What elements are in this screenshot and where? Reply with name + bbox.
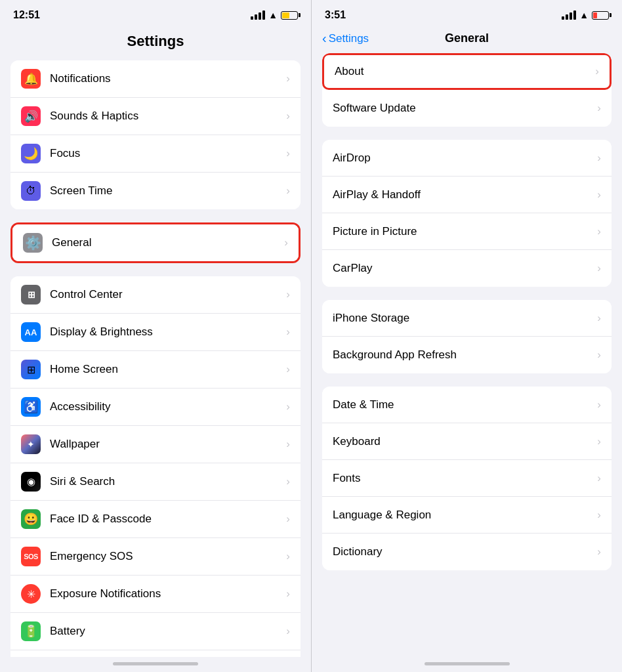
right-settings-group-3: iPhone Storage › Background App Refresh …: [322, 300, 612, 373]
fonts-label: Fonts: [333, 472, 597, 485]
pip-label: Picture in Picture: [333, 225, 597, 238]
settings-row-about[interactable]: About ›: [322, 53, 612, 90]
settings-group-general-highlighted: ⚙️ General ›: [10, 222, 301, 263]
settings-row-privacy[interactable]: ✋ Privacy ›: [10, 650, 301, 657]
home-indicator: [425, 662, 510, 665]
chevron-icon: ›: [597, 188, 601, 201]
settings-row-general[interactable]: ⚙️ General ›: [12, 224, 299, 261]
siri-label: Siri & Search: [50, 475, 286, 488]
chevron-icon: ›: [597, 312, 601, 325]
right-panel: 3:51 ▲ ‹ Settings General About: [311, 0, 622, 672]
settings-row-wallpaper[interactable]: ✦ Wallpaper ›: [10, 426, 301, 463]
chevron-icon: ›: [597, 225, 601, 238]
settings-row-airdrop[interactable]: AirDrop ›: [322, 140, 612, 177]
right-status-icons: ▲: [562, 10, 609, 20]
general-label: General: [52, 236, 284, 249]
settings-row-airplay[interactable]: AirPlay & Handoff ›: [322, 177, 612, 213]
notifications-label: Notifications: [50, 72, 286, 85]
settings-row-dictionary[interactable]: Dictionary ›: [322, 534, 612, 570]
wifi-icon: ▲: [268, 10, 278, 20]
settings-row-bgrefresh[interactable]: Background App Refresh ›: [322, 337, 612, 373]
sos-icon: SOS: [21, 547, 41, 566]
controlcenter-icon: ⊞: [21, 285, 41, 304]
signal-icon: [562, 10, 576, 20]
battery-status-icon: [592, 11, 609, 20]
iphonestorage-label: iPhone Storage: [333, 312, 597, 325]
notifications-icon: 🔔: [21, 69, 41, 89]
faceid-label: Face ID & Passcode: [50, 513, 286, 526]
chevron-icon: ›: [286, 438, 290, 451]
settings-row-screentime[interactable]: ⏱ Screen Time ›: [10, 173, 301, 209]
focus-label: Focus: [50, 147, 286, 160]
settings-row-exposure[interactable]: ✳ Exposure Notifications ›: [10, 576, 301, 613]
settings-row-homescreen[interactable]: ⊞ Home Screen ›: [10, 351, 301, 388]
exposure-icon: ✳: [21, 584, 41, 604]
sounds-label: Sounds & Haptics: [50, 110, 286, 123]
settings-row-siri[interactable]: ◉ Siri & Search ›: [10, 463, 301, 501]
accessibility-icon: ♿: [21, 397, 41, 417]
settings-row-iphonestorage[interactable]: iPhone Storage ›: [322, 300, 612, 337]
exposure-label: Exposure Notifications: [50, 587, 286, 600]
right-nav-bar: ‹ Settings General: [312, 26, 622, 53]
chevron-icon: ›: [286, 110, 290, 123]
settings-row-keyboard[interactable]: Keyboard ›: [322, 423, 612, 460]
chevron-icon: ›: [597, 435, 601, 448]
chevron-icon: ›: [286, 72, 290, 85]
settings-group-1: 🔔 Notifications › 🔊 Sounds & Haptics › 🌙…: [10, 60, 301, 209]
left-page-title: Settings: [0, 26, 311, 58]
settings-row-carplay[interactable]: CarPlay ›: [322, 250, 612, 287]
settings-row-accessibility[interactable]: ♿ Accessibility ›: [10, 388, 301, 426]
chevron-icon: ›: [286, 475, 290, 488]
wifi-icon: ▲: [579, 10, 589, 20]
settings-row-faceid[interactable]: 😀 Face ID & Passcode ›: [10, 501, 301, 538]
display-label: Display & Brightness: [50, 326, 286, 339]
settings-row-datetime[interactable]: Date & Time ›: [322, 387, 612, 423]
signal-icon: [251, 10, 265, 20]
left-panel: 12:51 ▲ Settings 🔔 Notifications ›: [0, 0, 311, 672]
chevron-icon: ›: [597, 545, 601, 558]
right-time: 3:51: [325, 9, 346, 21]
back-button[interactable]: ‹ Settings: [322, 31, 369, 46]
softwareupdate-label: Software Update: [333, 102, 597, 115]
left-status-icons: ▲: [251, 10, 298, 20]
settings-row-notifications[interactable]: 🔔 Notifications ›: [10, 60, 301, 98]
chevron-icon: ›: [286, 363, 290, 376]
chevron-icon: ›: [286, 625, 290, 638]
settings-row-display[interactable]: AA Display & Brightness ›: [10, 314, 301, 351]
settings-row-battery[interactable]: 🔋 Battery ›: [10, 613, 301, 650]
sos-label: Emergency SOS: [50, 550, 286, 563]
battery-label: Battery: [50, 625, 286, 638]
settings-row-focus[interactable]: 🌙 Focus ›: [10, 135, 301, 173]
settings-row-sos[interactable]: SOS Emergency SOS ›: [10, 538, 301, 576]
chevron-icon: ›: [286, 326, 290, 339]
airdrop-label: AirDrop: [333, 152, 597, 165]
sounds-icon: 🔊: [21, 106, 41, 126]
language-label: Language & Region: [333, 509, 597, 522]
siri-icon: ◉: [21, 472, 41, 492]
settings-row-pip[interactable]: Picture in Picture ›: [322, 213, 612, 250]
right-settings-group-1: About › Software Update ›: [322, 53, 612, 127]
datetime-label: Date & Time: [333, 398, 597, 411]
chevron-icon: ›: [286, 147, 290, 160]
dictionary-label: Dictionary: [333, 545, 597, 558]
chevron-icon: ›: [286, 587, 290, 600]
homescreen-label: Home Screen: [50, 363, 286, 376]
bgrefresh-label: Background App Refresh: [333, 348, 597, 362]
screentime-icon: ⏱: [21, 181, 41, 201]
screentime-label: Screen Time: [50, 184, 286, 198]
settings-row-language[interactable]: Language & Region ›: [322, 497, 612, 534]
settings-row-fonts[interactable]: Fonts ›: [322, 460, 612, 497]
general-icon: ⚙️: [23, 233, 43, 253]
wallpaper-label: Wallpaper: [50, 438, 286, 451]
right-settings-group-4: Date & Time › Keyboard › Fonts › Languag…: [322, 387, 612, 570]
chevron-icon: ›: [597, 472, 601, 485]
right-page-title: General: [445, 32, 489, 45]
settings-row-softwareupdate[interactable]: Software Update ›: [322, 90, 612, 127]
back-chevron-icon: ‹: [322, 31, 327, 46]
carplay-label: CarPlay: [333, 262, 597, 275]
left-status-bar: 12:51 ▲: [0, 0, 311, 26]
settings-row-controlcenter[interactable]: ⊞ Control Center ›: [10, 276, 301, 314]
chevron-icon: ›: [286, 288, 290, 301]
chevron-icon: ›: [286, 400, 290, 413]
settings-row-sounds[interactable]: 🔊 Sounds & Haptics ›: [10, 98, 301, 135]
